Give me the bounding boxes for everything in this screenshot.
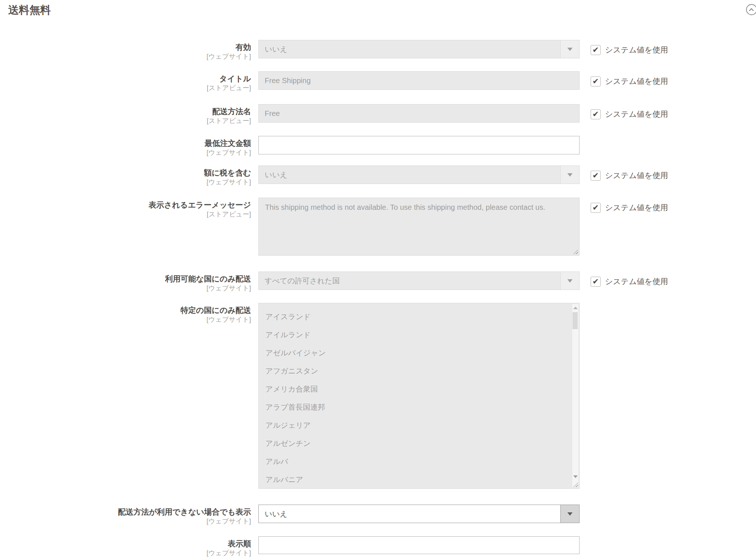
use-system-value: ✔ システム値を使用 bbox=[591, 165, 668, 181]
multiselect-option: アルバ bbox=[259, 453, 579, 471]
use-system-value: ✔ システム値を使用 bbox=[591, 272, 668, 287]
use-system-value-label: システム値を使用 bbox=[605, 45, 668, 55]
error-message-textarea: This shipping method is not available. T… bbox=[258, 198, 580, 256]
form-row-include-tax: 額に税を含む [ウェブサイト] いいえ ✔ システム値を使用 bbox=[0, 165, 668, 187]
check-icon: ✔ bbox=[592, 110, 599, 118]
check-icon: ✔ bbox=[592, 46, 599, 54]
multiselect-option: アメリカ合衆国 bbox=[259, 380, 579, 398]
scrollbar[interactable] bbox=[572, 304, 578, 488]
field-label: 最低注文金額 bbox=[0, 138, 251, 148]
use-system-value-label: システム値を使用 bbox=[605, 76, 668, 86]
include-tax-select: いいえ bbox=[258, 165, 580, 184]
use-system-value-checkbox[interactable]: ✔ bbox=[591, 45, 601, 55]
resize-handle[interactable] bbox=[573, 249, 578, 254]
field-label: 利用可能な国にのみ配送 bbox=[0, 274, 251, 284]
multiselect-option: アイスランド bbox=[259, 308, 579, 326]
scroll-up-icon[interactable] bbox=[573, 307, 578, 309]
chevron-down-icon bbox=[560, 40, 579, 58]
page-title: 送料無料 bbox=[8, 3, 51, 18]
select-value: いいえ bbox=[259, 166, 560, 184]
check-icon: ✔ bbox=[592, 77, 599, 85]
field-label-block: 有効 [ウェブサイト] bbox=[0, 40, 251, 61]
select-value: すべての許可された国 bbox=[259, 272, 560, 290]
use-system-value: ✔ システム値を使用 bbox=[591, 198, 668, 213]
field-scope-label: [ウェブサイト] bbox=[0, 148, 251, 157]
multiselect-option: アルバニア bbox=[259, 471, 579, 489]
multiselect-option: アラブ首長国連邦 bbox=[259, 398, 579, 416]
field-scope-label: [ウェブサイト] bbox=[0, 284, 251, 293]
field-label-block: 利用可能な国にのみ配送 [ウェブサイト] bbox=[0, 272, 251, 293]
select-value: いいえ bbox=[259, 505, 560, 523]
textarea-text: This shipping method is not available. T… bbox=[265, 203, 545, 211]
title-input bbox=[258, 71, 580, 90]
field-label: 有効 bbox=[0, 42, 251, 52]
collapse-section-button[interactable] bbox=[746, 4, 756, 15]
field-label-block: 特定の国にのみ配送 [ウェブサイト] bbox=[0, 303, 251, 324]
use-system-value: ✔ システム値を使用 bbox=[591, 71, 668, 86]
ship-applicable-countries-select: すべての許可された国 bbox=[258, 272, 580, 290]
scrollbar-thumb[interactable] bbox=[573, 312, 578, 329]
multiselect-option: アイルランド bbox=[259, 326, 579, 344]
field-scope-label: [ウェブサイト] bbox=[0, 315, 251, 324]
field-label: 特定の国にのみ配送 bbox=[0, 305, 251, 315]
field-label: 配送方法が利用できない場合でも表示 bbox=[0, 507, 251, 517]
field-label: 額に税を含む bbox=[0, 168, 251, 178]
use-system-value-label: システム値を使用 bbox=[605, 170, 668, 181]
show-if-not-applicable-select[interactable]: いいえ bbox=[258, 505, 580, 523]
field-label-block: 配送方法が利用できない場合でも表示 [ウェブサイト] bbox=[0, 505, 251, 526]
use-system-value-checkbox[interactable]: ✔ bbox=[591, 76, 601, 86]
form-row-carriers-active: 有効 [ウェブサイト] いいえ ✔ システム値を使用 bbox=[0, 40, 668, 61]
check-icon: ✔ bbox=[592, 171, 599, 179]
use-system-value-checkbox[interactable]: ✔ bbox=[591, 109, 601, 119]
form-row-ship-applicable-countries: 利用可能な国にのみ配送 [ウェブサイト] すべての許可された国 ✔ システム値を… bbox=[0, 272, 668, 293]
form-row-title: タイトル [ストアビュー] ✔ システム値を使用 bbox=[0, 71, 668, 92]
field-label-block: 最低注文金額 [ウェブサイト] bbox=[0, 136, 251, 157]
form-row-specific-countries: 特定の国にのみ配送 [ウェブサイト] アイスランド アイルランド アゼルバイジャ… bbox=[0, 303, 580, 489]
method-name-input bbox=[258, 104, 580, 123]
check-icon: ✔ bbox=[592, 277, 599, 285]
scroll-down-icon[interactable] bbox=[573, 475, 578, 478]
multiselect-option: アフガニスタン bbox=[259, 362, 579, 380]
use-system-value-checkbox[interactable]: ✔ bbox=[591, 277, 601, 287]
field-label-block: 表示順 [ウェブサイト] bbox=[0, 536, 251, 557]
check-icon: ✔ bbox=[592, 204, 599, 211]
multiselect-option: アルジェリア bbox=[259, 416, 579, 434]
use-system-value: ✔ システム値を使用 bbox=[591, 40, 668, 55]
field-scope-label: [ウェブサイト] bbox=[0, 178, 251, 187]
field-label-block: 額に税を含む [ウェブサイト] bbox=[0, 165, 251, 187]
field-label-block: 配送方法名 [ストアビュー] bbox=[0, 104, 251, 125]
field-scope-label: [ウェブサイト] bbox=[0, 52, 251, 61]
use-system-value-checkbox[interactable]: ✔ bbox=[591, 171, 601, 181]
multiselect-option: アルゼンチン bbox=[259, 434, 579, 453]
field-label-block: タイトル [ストアビュー] bbox=[0, 71, 251, 92]
enabled-select: いいえ bbox=[258, 40, 580, 58]
form-row-method-name: 配送方法名 [ストアビュー] ✔ システム値を使用 bbox=[0, 104, 668, 125]
use-system-value-checkbox[interactable]: ✔ bbox=[591, 203, 601, 213]
field-scope-label: [ウェブサイト] bbox=[0, 517, 251, 526]
field-scope-label: [ストアビュー] bbox=[0, 116, 251, 125]
use-system-value: ✔ システム値を使用 bbox=[591, 104, 668, 119]
chevron-down-icon bbox=[560, 272, 579, 290]
form-row-sort-order: 表示順 [ウェブサイト] bbox=[0, 536, 580, 557]
use-system-value-label: システム値を使用 bbox=[605, 202, 668, 213]
use-system-value-label: システム値を使用 bbox=[605, 109, 668, 119]
chevron-up-icon bbox=[749, 8, 754, 13]
use-system-value-label: システム値を使用 bbox=[605, 276, 668, 287]
sort-order-input[interactable] bbox=[258, 536, 580, 554]
multiselect-option: アゼルバイジャン bbox=[259, 344, 579, 362]
field-scope-label: [ストアビュー] bbox=[0, 83, 251, 92]
shipping-method-settings-page: { "page": { "title": "送料無料" }, "icons": … bbox=[0, 0, 756, 560]
field-label: 表示されるエラーメッセージ bbox=[0, 200, 251, 210]
field-label: タイトル bbox=[0, 74, 251, 83]
specific-countries-multiselect: アイスランド アイルランド アゼルバイジャン アフガニスタン アメリカ合衆国 ア… bbox=[258, 303, 580, 489]
chevron-down-icon bbox=[560, 505, 579, 523]
field-label-block: 表示されるエラーメッセージ [ストアビュー] bbox=[0, 198, 251, 219]
field-scope-label: [ウェブサイト] bbox=[0, 549, 251, 557]
chevron-down-icon bbox=[560, 166, 579, 184]
min-order-amount-input[interactable] bbox=[258, 136, 580, 154]
field-scope-label: [ストアビュー] bbox=[0, 210, 251, 219]
field-label: 表示順 bbox=[0, 539, 251, 549]
field-label: 配送方法名 bbox=[0, 106, 251, 116]
form-row-error-message: 表示されるエラーメッセージ [ストアビュー] This shipping met… bbox=[0, 198, 668, 256]
select-value: いいえ bbox=[259, 40, 560, 58]
